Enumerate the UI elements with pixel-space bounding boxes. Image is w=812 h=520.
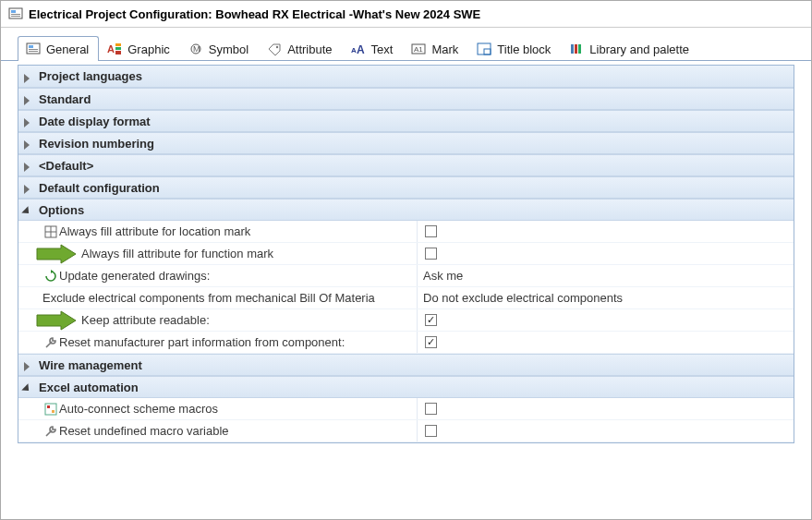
section-options[interactable]: Options [18,199,794,221]
general-panel: Project languages Standard Date display … [1,61,811,460]
refresh-icon [42,270,59,283]
highlight-arrow-icon [35,310,78,331]
general-icon [26,42,41,56]
row-keep-readable: Keep attribute readable: [18,309,794,332]
section-excel-body: Auto-connect scheme macros Reset undefin… [18,398,794,442]
svg-marker-27 [37,245,76,263]
chevron-right-icon [24,139,33,148]
section-label: Project languages [39,69,142,83]
grid-icon [42,225,59,238]
chevron-right-icon [24,72,33,81]
section-standard[interactable]: Standard [18,88,794,110]
svg-rect-9 [115,51,121,54]
row-label: Keep attribute readable: [81,313,217,327]
section-excel-automation[interactable]: Excel automation [18,376,794,398]
svg-rect-11 [115,43,121,46]
library-icon [569,42,584,56]
section-project-languages[interactable]: Project languages [18,66,794,88]
tab-label: Attribute [287,42,332,56]
checkbox-keep-readable[interactable] [425,314,437,326]
chevron-right-icon [24,360,33,369]
checkbox-reset-mfr[interactable] [425,336,437,348]
highlight-arrow-icon [35,244,78,264]
chevron-down-icon [24,205,33,214]
tab-mark[interactable]: A1 Mark [403,36,468,61]
tab-graphic[interactable]: A Graphic [99,36,180,61]
tab-attribute[interactable]: Attribute [259,36,342,61]
wrench-icon [42,425,59,438]
section-label: Options [39,203,84,217]
section-default-config[interactable]: Default configuration [18,176,794,199]
svg-text:M: M [193,44,200,54]
section-label: Wire management [39,358,142,372]
row-label: Exclude electrical components from mecha… [42,291,382,305]
property-tree: Project languages Standard Date display … [18,65,794,443]
tab-title-block[interactable]: Title block [468,36,561,61]
mark-icon: A1 [411,42,426,56]
row-auto-connect: Auto-connect scheme macros [18,398,794,420]
row-update-drawings: Update generated drawings: Ask me [18,265,794,287]
graphic-icon: A [107,42,122,56]
svg-rect-21 [571,44,574,54]
svg-text:A: A [357,43,365,56]
tab-label: Mark [431,42,458,56]
svg-rect-1 [11,10,16,13]
tab-symbol[interactable]: M Symbol [180,36,259,61]
window-title: Electrical Project Configuration: Bowhea… [29,7,480,21]
section-label: Standard [39,92,91,106]
row-fill-location: Always fill attribute for location mark [18,221,794,243]
section-date-display[interactable]: Date display format [18,110,794,132]
row-label: Reset manufacturer part information from… [59,335,352,349]
checkbox-reset-macro[interactable] [425,425,437,437]
row-exclude-bom: Exclude electrical components from mecha… [18,287,794,309]
wrench-icon [42,336,59,349]
svg-rect-4 [27,43,40,54]
svg-rect-5 [29,45,33,48]
section-wire-management[interactable]: Wire management [18,354,794,376]
tab-library[interactable]: Library and palette [561,36,699,61]
row-label: Auto-connect scheme macros [59,402,225,416]
tab-label: Library and palette [589,42,689,56]
row-label: Update generated drawings: [59,269,217,283]
checkbox-fill-location[interactable] [425,225,437,237]
tab-label: Title block [497,42,551,56]
row-label: Always fill attribute for location mark [59,224,258,238]
svg-rect-6 [29,49,38,50]
checkbox-auto-connect[interactable] [425,403,437,415]
svg-text:A: A [107,43,115,54]
tab-general[interactable]: General [18,36,99,61]
tab-text[interactable]: AA Text [343,36,404,61]
tab-label: Text [371,42,394,56]
svg-rect-32 [52,410,55,413]
row-fill-function: Always fill attribute for function mark [18,243,794,265]
symbol-icon: M [188,42,203,56]
chevron-right-icon [24,161,33,170]
chevron-down-icon [24,382,33,392]
section-default[interactable]: <Default> [18,154,794,176]
title-block-icon [477,42,491,56]
svg-rect-7 [29,51,38,52]
chevron-right-icon [24,94,33,103]
scheme-macro-icon [42,403,59,416]
tab-label: Graphic [127,42,170,56]
window-titlebar: Electrical Project Configuration: Bowhea… [1,1,811,28]
checkbox-fill-function[interactable] [425,248,437,260]
svg-rect-2 [11,14,20,15]
section-label: Default configuration [39,181,160,195]
section-label: <Default> [39,159,93,173]
value-update-drawings[interactable]: Ask me [423,269,463,283]
section-label: Excel automation [39,381,139,394]
tab-bar: General A Graphic M Symbol Attribute AA … [1,28,811,61]
attribute-icon [267,42,282,56]
section-label: Revision numbering [39,137,154,151]
svg-rect-3 [11,16,20,17]
app-icon [8,6,23,21]
value-exclude-bom[interactable]: Do not exclude electrical components [423,291,623,305]
svg-rect-31 [47,405,50,408]
tab-label: General [46,42,89,56]
chevron-right-icon [24,116,33,126]
svg-point-14 [276,46,278,48]
svg-rect-23 [578,44,581,54]
row-reset-mfr: Reset manufacturer part information from… [18,332,794,354]
section-revision[interactable]: Revision numbering [18,132,794,154]
